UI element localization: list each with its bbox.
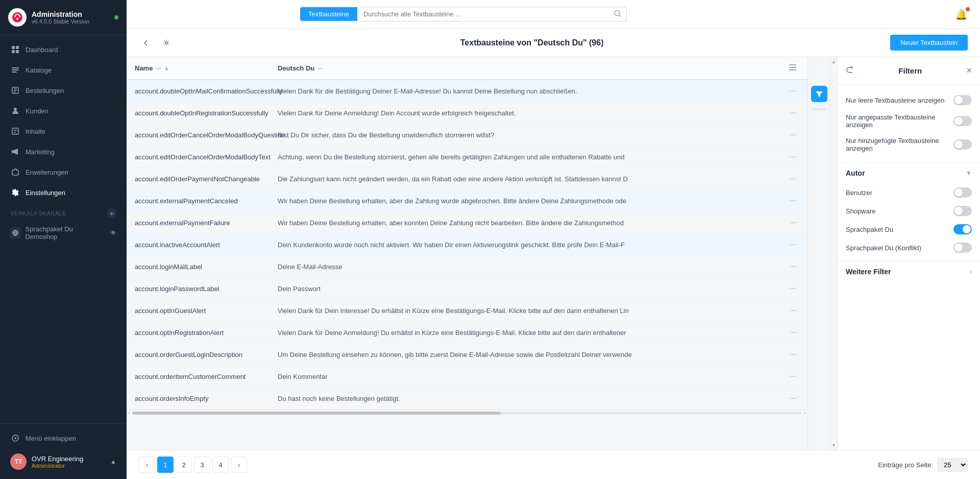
row-value-cell: Wir haben Deine Bestellung erhalten, abe… [270, 190, 778, 212]
row-menu-button[interactable]: ··· [787, 371, 799, 382]
vertical-scroll-indicator: ▲ ▼ [830, 57, 837, 450]
page-2-button[interactable]: 2 [176, 457, 192, 473]
status-indicator [114, 15, 118, 19]
filter-header: Filtern × [838, 57, 980, 85]
per-page-select[interactable]: 10 25 50 100 [937, 458, 968, 472]
filter-sprachpaket-du-konflikt: Sprachpaket Du (Konflikt) [846, 238, 972, 257]
sidebar-item-label: Bestellungen [26, 87, 64, 94]
einstellungen-icon [10, 187, 20, 198]
row-menu-button[interactable]: ··· [787, 349, 799, 360]
svg-rect-4 [12, 50, 15, 53]
page-1-button[interactable]: 1 [157, 457, 174, 473]
search-input[interactable] [357, 7, 627, 21]
row-menu-button[interactable]: ··· [787, 261, 799, 272]
row-menu-button[interactable]: ··· [787, 85, 799, 97]
row-menu-button[interactable]: ··· [787, 151, 799, 162]
scroll-right-icon[interactable]: › [804, 410, 805, 416]
sidebar-item-sprachpaket[interactable]: Sprachpaket Du Demoshop 👁 [0, 220, 127, 246]
add-verkaufskanal-button[interactable]: + [107, 209, 116, 218]
row-menu-button[interactable]: ··· [787, 239, 799, 250]
filter-weitere-title: Weitere Filter [846, 268, 891, 276]
sidebar-item-inhalte[interactable]: Inhalte [0, 121, 127, 141]
sidebar-bottom: Menü einklappen TT OVR Engineering Admin… [0, 423, 127, 479]
collapse-icon [10, 433, 20, 443]
filter-toggle-empty: Nur leere Textbausteine anzeigen [846, 91, 972, 109]
page-toolbar: Textbausteine von "Deutsch Du" (96) Neue… [127, 29, 980, 57]
svg-point-1 [16, 18, 18, 20]
row-menu-button[interactable]: ··· [787, 393, 799, 404]
row-menu-button[interactable]: ··· [787, 305, 799, 316]
filter-toggle-added-switch[interactable] [953, 139, 972, 150]
filter-toggle-added-label: Nur hinzugefügte Textbausteine anzeigen [846, 137, 953, 152]
svg-rect-18 [789, 69, 796, 70]
row-menu-button[interactable]: ··· [787, 217, 799, 228]
next-page-button[interactable]: › [231, 457, 247, 473]
filter-close-button[interactable]: × [966, 65, 972, 76]
bulk-actions-icon[interactable] [789, 63, 797, 73]
sidebar-item-dashboard[interactable]: Dashboard [0, 39, 127, 60]
new-textbaustein-button[interactable]: Neuer Textbaustein [890, 35, 968, 51]
sidebar-item-bestellungen[interactable]: Bestellungen [0, 80, 127, 101]
filter-toggle-customized-switch[interactable] [953, 116, 972, 126]
filter-sprachpaket-du-konflikt-switch[interactable] [953, 243, 972, 253]
prev-page-button[interactable]: ‹ [139, 457, 155, 473]
filter-autor-header[interactable]: Autor ▼ [838, 163, 980, 183]
sidebar-item-einstellungen[interactable]: Einstellungen [0, 182, 127, 203]
svg-rect-17 [789, 67, 796, 68]
col-name-options[interactable]: ··· [156, 65, 161, 72]
row-menu-button[interactable]: ··· [787, 195, 799, 206]
filter-toggle-empty-label: Nur leere Textbausteine anzeigen [846, 97, 944, 104]
sidebar-item-kunden[interactable]: Kunden [0, 101, 127, 121]
row-actions-cell: ··· [778, 344, 807, 366]
row-name-cell: account.optInGuestAlert [127, 300, 270, 322]
row-name-cell: account.loginMailLabel [127, 256, 270, 278]
row-menu-button[interactable]: ··· [787, 327, 799, 338]
sidebar-collapse-button[interactable]: Menü einklappen [0, 428, 127, 448]
row-name-cell: account.editOrderPaymentNotChangeable [127, 168, 270, 190]
back-button[interactable] [139, 36, 153, 50]
table-header: Name ··· ▲ Deutsch Du ··· [127, 57, 807, 80]
dashboard-icon [10, 44, 20, 55]
table-row: account.editOrderCancelOrderModalBodyQue… [127, 124, 807, 146]
filter-sprachpaket-du-switch[interactable] [953, 224, 972, 234]
svg-point-15 [165, 41, 168, 44]
svg-rect-11 [12, 128, 18, 134]
search-wrap [357, 7, 627, 21]
settings-button[interactable] [159, 36, 174, 50]
sidebar-user[interactable]: TT OVR Engineering Administrator ▲ [0, 448, 127, 475]
filter-benutzer-switch[interactable] [953, 187, 972, 198]
scroll-track [132, 412, 801, 415]
scroll-down-icon[interactable]: ▼ [831, 443, 836, 448]
filter-shopware-switch[interactable] [953, 206, 972, 216]
search-container: Textbausteine [300, 7, 627, 21]
filter-reset-icon[interactable] [846, 66, 854, 76]
search-tab-textbausteine[interactable]: Textbausteine [300, 7, 357, 21]
active-filter-icon[interactable] [811, 86, 827, 102]
filter-weitere-header[interactable]: Weitere Filter › [838, 261, 980, 282]
row-actions-cell: ··· [778, 278, 807, 300]
scroll-up-icon[interactable]: ▲ [831, 59, 836, 64]
table-row: account.orderItemCustomerComment Dein Ko… [127, 366, 807, 388]
app-name: Administration [32, 10, 89, 19]
page-3-button[interactable]: 3 [194, 457, 210, 473]
notification-bell[interactable]: 🔔 [955, 8, 968, 20]
sidebar-item-kataloge[interactable]: Kataloge [0, 60, 127, 80]
table-row: account.ordersInfoEmpty Du hast noch kei… [127, 388, 807, 410]
sidebar-item-marketing[interactable]: Marketing [0, 141, 127, 162]
sprachpaket-eye-icon[interactable]: 👁 [110, 229, 116, 236]
scroll-left-icon[interactable]: ‹ [129, 410, 130, 416]
filter-toggle-empty-switch[interactable] [953, 95, 972, 105]
sidebar-item-erweiterungen[interactable]: Erweiterungen [0, 162, 127, 182]
page-4-button[interactable]: 4 [212, 457, 229, 473]
per-page-label: Einträge pro Seite: [878, 461, 933, 469]
row-menu-button[interactable]: ··· [787, 173, 799, 184]
col-value-options[interactable]: ··· [317, 65, 323, 72]
table-row: account.orderGuestLoginDescription Um De… [127, 344, 807, 366]
row-menu-button[interactable]: ··· [787, 107, 799, 118]
horizontal-scrollbar[interactable]: ‹ › [127, 410, 807, 416]
col-header-actions [778, 57, 807, 80]
filter-autor-section: Benutzer Shopware Sprachpaket Du Sprachp… [838, 183, 980, 261]
row-menu-button[interactable]: ··· [787, 283, 799, 294]
topbar-right: 🔔 [955, 8, 968, 20]
row-menu-button[interactable]: ··· [787, 129, 799, 140]
